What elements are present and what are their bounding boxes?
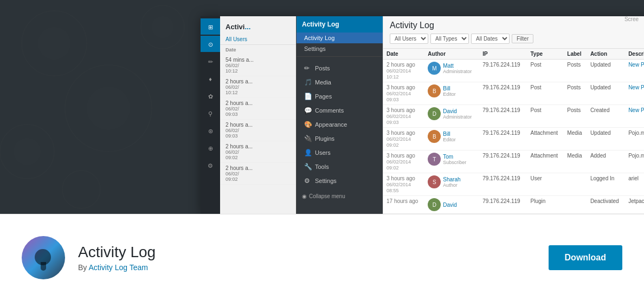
submenu-comments[interactable]: 💬 Comments xyxy=(297,103,383,117)
cell-label: Media xyxy=(564,128,587,150)
collapse-menu[interactable]: ◉ Collapse menu xyxy=(297,190,383,202)
table-row: 17 hours ago D David 79.176.224.119 Plug… xyxy=(383,196,644,214)
svg-point-3 xyxy=(87,87,130,130)
col-ip: IP xyxy=(479,49,527,60)
col-author: Author xyxy=(424,49,479,60)
plugin-icon xyxy=(22,236,65,279)
screen-label: Scree xyxy=(624,16,639,22)
submenu-pages[interactable]: 📄 Pages xyxy=(297,89,383,103)
activity-log-item: 2 hours a... 06/02/09:03 xyxy=(220,98,296,120)
svg-point-5 xyxy=(14,138,41,165)
col-date: Date xyxy=(383,49,424,60)
activity-log-main: Activity Log All Users All Types All Dat… xyxy=(383,16,644,214)
cell-ip: 79.176.224.119 xyxy=(479,82,527,105)
activity-sidebar-title: Activi... xyxy=(220,21,296,35)
cell-action: Updated xyxy=(587,60,625,82)
submenu-plugins[interactable]: 🔌 Plugins xyxy=(297,132,383,146)
plugin-text: Activity Log By Activity Log Team xyxy=(78,244,156,272)
cell-type: Attachment xyxy=(527,128,564,150)
cell-type: Post xyxy=(527,82,564,105)
cell-type: Attachment xyxy=(527,150,564,173)
submenu-posts[interactable]: ✏ Posts xyxy=(297,61,383,75)
cell-author: S Sharah Author xyxy=(424,173,479,196)
dates-filter[interactable]: All Dates xyxy=(471,34,510,44)
cell-description: Pojo.me-logo xyxy=(625,128,644,150)
table-row: 3 hours ago 06/02/2014 09:03 D David Adm… xyxy=(383,105,644,128)
svg-point-1 xyxy=(38,27,70,60)
cell-author: B Bill Editor xyxy=(424,128,479,150)
cell-type: Post xyxy=(527,60,564,82)
cell-label: Posts xyxy=(564,105,587,128)
plugin-info: Activity Log By Activity Log Team Downlo… xyxy=(0,214,644,301)
cell-description: New Post xyxy=(625,82,644,105)
col-description: Description xyxy=(625,49,644,60)
col-label: Label xyxy=(564,49,587,60)
activity-log-title: Activity Log xyxy=(390,21,644,30)
cell-ip: 79.176.224.119 xyxy=(479,150,527,173)
submenu-tools[interactable]: 🔧 Tools xyxy=(297,160,383,174)
download-button[interactable]: Download xyxy=(549,245,622,270)
cell-label xyxy=(564,196,587,214)
submenu-media[interactable]: 🎵 Media xyxy=(297,75,383,89)
cell-ip: 79.176.224.119 xyxy=(479,60,527,82)
submenu-appearance[interactable]: 🎨 Appearance xyxy=(297,117,383,132)
table-row: 2 hours ago 06/02/2014 10:12 M Matt Admi… xyxy=(383,60,644,82)
activity-sidebar: Activi... All Users Date 54 mins a... 06… xyxy=(220,16,296,214)
cell-type: User xyxy=(527,173,564,196)
types-filter[interactable]: All Types xyxy=(430,34,469,44)
cell-description: Pojo.me-logo xyxy=(625,150,644,173)
table-row: 3 hours ago 06/02/2014 08:55 S Sharah Au… xyxy=(383,173,644,196)
filter-button[interactable]: Filter xyxy=(512,34,533,43)
cell-description: New Post xyxy=(625,60,644,82)
col-type: Type xyxy=(527,49,564,60)
activity-log-item: 2 hours a... 06/02/09:02 xyxy=(220,163,296,185)
svg-point-7 xyxy=(152,16,173,38)
cell-author: D David Administrator xyxy=(424,105,479,128)
cell-action: Logged In xyxy=(587,173,625,196)
table-row: 3 hours ago 06/02/2014 09:02 B Bill Edit… xyxy=(383,128,644,150)
cell-ip: 79.176.224.119 xyxy=(479,105,527,128)
table-row: 3 hours ago 06/02/2014 09:02 T Tom Subsc… xyxy=(383,150,644,173)
cell-ip: 79.176.224.119 xyxy=(479,173,527,196)
submenu-item-activity-log[interactable]: Activity Log xyxy=(297,32,383,43)
cell-action: Created xyxy=(587,105,625,128)
cell-action: Updated xyxy=(587,128,625,150)
cell-description: New Post xyxy=(625,105,644,128)
submenu-settings[interactable]: ⚙ Settings xyxy=(297,174,383,188)
cell-author: M Matt Administrator xyxy=(424,60,479,82)
activity-log-item: 2 hours a... 06/02/09:03 xyxy=(220,120,296,141)
activity-log-filters: All Users All Types All Dates Filter 21 … xyxy=(390,34,644,44)
cell-type: Post xyxy=(527,105,564,128)
cell-date: 3 hours ago 06/02/2014 09:03 xyxy=(383,82,424,105)
cell-author: T Tom Subscriber xyxy=(424,150,479,173)
cell-type: Plugin xyxy=(527,196,564,214)
cell-description: ariel xyxy=(625,173,644,196)
cell-action: Updated xyxy=(587,82,625,105)
plugin-author-link[interactable]: Activity Log Team xyxy=(88,263,147,272)
cell-date: 2 hours ago 06/02/2014 10:12 xyxy=(383,60,424,82)
cell-action: Deactivated xyxy=(587,196,625,214)
plugin-name: Activity Log xyxy=(78,244,156,261)
cell-author: B Bill Editor xyxy=(424,82,479,105)
cell-date: 3 hours ago 06/02/2014 09:02 xyxy=(383,150,424,173)
cell-date: 3 hours ago 06/02/2014 09:02 xyxy=(383,128,424,150)
plugin-by-line: By Activity Log Team xyxy=(78,263,156,272)
activity-log-item: 54 mins a... 06/02/10:12 xyxy=(220,55,296,76)
activity-table: Date Author IP Type Label Action Descrip… xyxy=(383,49,644,214)
activity-log-item: 2 hours a... 06/02/10:12 xyxy=(220,76,296,98)
cell-label: Posts xyxy=(564,82,587,105)
cell-label: Posts xyxy=(564,60,587,82)
svg-point-8 xyxy=(62,171,100,208)
users-filter[interactable]: All Users xyxy=(390,34,428,44)
cell-date: 3 hours ago 06/02/2014 09:03 xyxy=(383,105,424,128)
cell-date: 3 hours ago 06/02/2014 08:55 xyxy=(383,173,424,196)
screenshot-area: ⊞ ⊙ ✏ ♦ ✿ ⚲ ⊛ ⊕ ⚙ xyxy=(0,0,644,214)
submenu-users[interactable]: 👤 Users xyxy=(297,146,383,160)
wp-submenu: Activity Log Activity Log Settings ✏ Pos… xyxy=(296,16,383,214)
activity-log-item: 2 hours a... 06/02/09:02 xyxy=(220,141,296,163)
submenu-item-settings[interactable]: Settings xyxy=(297,43,383,54)
cell-label xyxy=(564,173,587,196)
cell-date: 17 hours ago xyxy=(383,196,424,214)
submenu-header: Activity Log xyxy=(297,16,383,32)
cell-label: Media xyxy=(564,150,587,173)
